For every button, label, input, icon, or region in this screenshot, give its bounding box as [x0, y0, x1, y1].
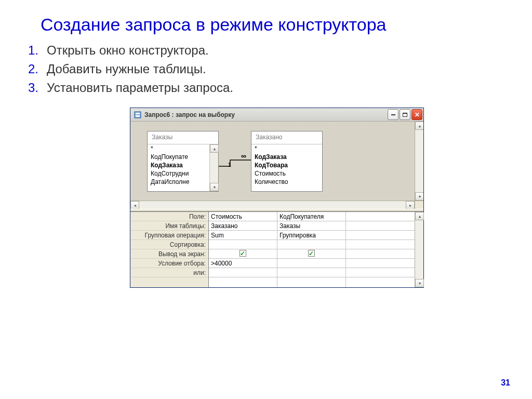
- maximize-button[interactable]: [400, 109, 410, 120]
- grid-column-1[interactable]: Стоимость Заказано Sum >40000: [209, 212, 277, 287]
- row-label: Групповая операция:: [130, 231, 208, 240]
- relation-line: [219, 159, 251, 168]
- scroll-up-icon[interactable]: ▴: [415, 122, 423, 130]
- table-box-zakazano[interactable]: Заказано * КодЗаказа КодТовара Стоимость…: [251, 131, 323, 192]
- relation-one-label: 1: [228, 162, 231, 168]
- scroll-up-icon[interactable]: ▴: [415, 212, 424, 220]
- inner-scrollbar[interactable]: ▴ ▾: [209, 144, 218, 191]
- show-cell[interactable]: [209, 249, 277, 259]
- window-titlebar[interactable]: Запрос6 : запрос на выборку ✕: [130, 108, 423, 122]
- empty-cell[interactable]: [346, 259, 415, 268]
- or-cell[interactable]: [277, 268, 345, 277]
- empty-cell[interactable]: [346, 268, 415, 277]
- step-item: Установить параметры запроса.: [28, 81, 532, 95]
- scroll-corner: [415, 201, 423, 209]
- access-query-window: Запрос6 : запрос на выборку ✕ Заказы * К…: [130, 108, 424, 288]
- minimize-button[interactable]: [388, 109, 398, 120]
- field-item[interactable]: КодСотрудни: [148, 169, 209, 178]
- svg-rect-1: [136, 113, 140, 114]
- scroll-right-icon[interactable]: ▸: [406, 201, 415, 209]
- checkbox-icon[interactable]: [240, 250, 246, 257]
- field-item[interactable]: КодЗаказа: [148, 161, 209, 169]
- row-label: Поле:: [130, 212, 208, 221]
- step-item: Открыть окно конструктора.: [28, 43, 532, 58]
- scroll-up-icon[interactable]: ▴: [210, 144, 219, 153]
- scroll-down-icon[interactable]: ▾: [415, 192, 423, 201]
- row-label: Сортировка:: [130, 240, 208, 249]
- row-label: Имя таблицы:: [130, 221, 208, 231]
- field-item[interactable]: Стоимость: [251, 169, 322, 178]
- field-list[interactable]: * КодЗаказа КодТовара Стоимость Количест…: [251, 144, 322, 191]
- close-button[interactable]: ✕: [411, 109, 422, 120]
- svg-rect-2: [136, 115, 140, 117]
- empty-cell[interactable]: [346, 231, 415, 240]
- grid-column-empty[interactable]: [346, 212, 415, 287]
- app-icon: [134, 111, 142, 119]
- table-cell[interactable]: Заказы: [277, 221, 345, 231]
- row-label: Вывод на экран:: [130, 249, 208, 259]
- grid-vscrollbar[interactable]: ▴ ▾: [415, 212, 423, 287]
- checkbox-icon[interactable]: [308, 250, 315, 257]
- grid-row-labels: Поле: Имя таблицы: Групповая операция: С…: [130, 212, 209, 287]
- grid-column-2[interactable]: КодПокупателя Заказы Группировка: [277, 212, 346, 287]
- field-cell[interactable]: Стоимость: [209, 212, 277, 221]
- or-cell[interactable]: [209, 268, 277, 277]
- field-item[interactable]: КодТовара: [251, 161, 322, 169]
- field-item[interactable]: *: [148, 144, 209, 153]
- empty-cell[interactable]: [346, 212, 415, 221]
- field-item[interactable]: КодЗаказа: [251, 153, 322, 161]
- table-cell[interactable]: Заказано: [209, 221, 277, 231]
- total-cell[interactable]: Sum: [209, 231, 277, 240]
- table-box-zakazy[interactable]: Заказы * КодПокупате КодЗаказа КодСотруд…: [147, 131, 219, 192]
- empty-cell[interactable]: [346, 221, 415, 231]
- row-label: или:: [130, 268, 208, 277]
- table-header: Заказы: [148, 131, 218, 144]
- empty-cell[interactable]: [346, 249, 415, 259]
- scroll-down-icon[interactable]: ▾: [415, 279, 424, 287]
- table-header: Заказано: [251, 131, 322, 144]
- pane-hscrollbar[interactable]: ◂ ▸: [130, 201, 415, 209]
- window-title: Запрос6 : запрос на выборку: [144, 111, 388, 118]
- relation-many-label: ∞: [241, 152, 246, 160]
- svg-rect-0: [135, 112, 141, 118]
- sort-cell[interactable]: [209, 240, 277, 249]
- field-cell[interactable]: КодПокупателя: [277, 212, 345, 221]
- design-grid: Поле: Имя таблицы: Групповая операция: С…: [130, 211, 423, 287]
- step-item: Добавить нужные таблицы.: [28, 62, 532, 76]
- tables-pane: Заказы * КодПокупате КодЗаказа КодСотруд…: [130, 122, 423, 209]
- field-item[interactable]: ДатаИсполне: [148, 178, 209, 186]
- scroll-left-icon[interactable]: ◂: [130, 201, 139, 209]
- slide-title: Создание запроса в режиме конструктора: [41, 15, 532, 35]
- empty-cell[interactable]: [346, 240, 415, 249]
- total-cell[interactable]: Группировка: [277, 231, 345, 240]
- scroll-down-icon[interactable]: ▾: [210, 183, 219, 191]
- page-number: 31: [501, 378, 510, 388]
- sort-cell[interactable]: [277, 240, 345, 249]
- row-label: Условие отбора:: [130, 259, 208, 268]
- criteria-cell[interactable]: >40000: [209, 259, 277, 268]
- criteria-cell[interactable]: [277, 259, 345, 268]
- steps-list: Открыть окно конструктора. Добавить нужн…: [28, 43, 532, 95]
- field-item[interactable]: *: [251, 144, 322, 153]
- pane-vscrollbar[interactable]: ▴ ▾: [415, 122, 423, 201]
- field-item[interactable]: Количество: [251, 178, 322, 186]
- field-list[interactable]: * КодПокупате КодЗаказа КодСотрудни Дата…: [148, 144, 209, 191]
- field-item[interactable]: КодПокупате: [148, 153, 209, 161]
- show-cell[interactable]: [277, 249, 345, 259]
